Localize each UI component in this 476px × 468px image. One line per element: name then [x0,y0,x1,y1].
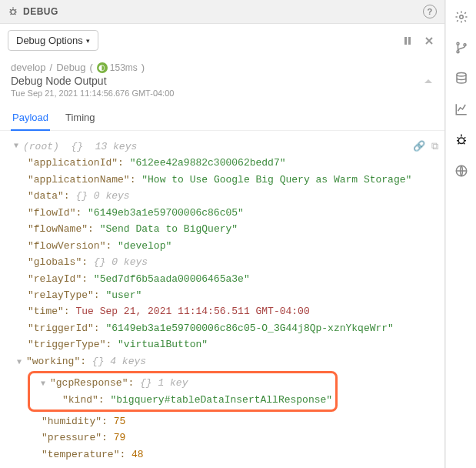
node-title: Debug Node Output [11,75,434,87]
kv-humidity[interactable]: "humidity": 75 [6,413,438,430]
kv-applicationName[interactable]: "applicationName": "How to Use Google Bi… [6,172,438,188]
branch-icon[interactable] [452,38,471,57]
kv-globals[interactable]: "globals": {} 0 keys [6,254,438,270]
kv-relayId[interactable]: "relayId": "5ed7df6b5aada00006465a3e" [6,271,438,287]
kv-triggerType[interactable]: "triggerType": "virtualButton" [6,336,438,353]
tab-timing[interactable]: Timing [64,105,97,130]
svg-rect-1 [404,37,407,45]
svg-point-3 [459,15,463,19]
breadcrumb: develop / Debug ( ◐ 153ms ) [11,62,434,73]
svg-point-4 [457,42,459,45]
svg-rect-2 [408,37,411,45]
meta-block: develop / Debug ( ◐ 153ms ) Debug Node O… [0,57,444,105]
panel-title: DEBUG [23,6,58,17]
panel-header: DEBUG ? [0,0,444,24]
svg-point-8 [458,138,464,144]
kv-pressure[interactable]: "pressure": 79 [6,430,438,446]
highlight-gcp-response: ▼"gcpResponse": {} 1 key "kind": "bigque… [28,371,338,412]
caret-down-icon: ▾ [86,37,90,45]
kv-data[interactable]: "data": {} 0 keys [6,188,438,204]
help-icon[interactable]: ? [423,5,437,18]
kv-working[interactable]: ▼"working": {} 4 keys [6,353,438,369]
tabs: Payload Timing [0,105,444,131]
breadcrumb-node: Debug [56,62,85,73]
globe-icon[interactable] [452,162,471,180]
kv-time[interactable]: "time": Tue Sep 21, 2021 11:14:56.511 GM… [6,303,438,319]
root-count: 13 keys [95,139,138,155]
debug-options-label: Debug Options [16,35,83,46]
copy-icon[interactable]: ⧉ [431,139,438,155]
kv-relayType[interactable]: "relayType": "user" [6,287,438,303]
svg-point-0 [11,10,15,15]
breadcrumb-ms: 153ms [110,62,138,73]
tab-payload[interactable]: Payload [11,105,50,131]
json-root[interactable]: ▼ (root) {} 13 keys 🔗 ⧉ [6,139,438,155]
root-braces: {} [71,139,83,155]
payload-view: ▼ (root) {} 13 keys 🔗 ⧉ "applicationId":… [0,131,444,468]
svg-point-5 [457,51,459,53]
kv-temperature[interactable]: "temperature": 48 [6,446,438,463]
kv-kind[interactable]: "kind": "bigquery#tableDataInsertAllResp… [30,392,332,408]
kv-gcpResponse[interactable]: ▼"gcpResponse": {} 1 key [30,375,332,391]
kv-flowName[interactable]: "flowName": "Send Data to BigQuery" [6,221,438,237]
toolbar: Debug Options ▾ [0,24,444,57]
kv-flowVersion[interactable]: "flowVersion": "develop" [6,238,438,254]
svg-point-6 [464,44,466,46]
collapse-up-icon[interactable] [423,74,434,88]
kv-applicationId[interactable]: "applicationId": "612ee42a9882c300062bed… [6,155,438,171]
bug-rail-icon[interactable] [452,131,471,149]
kv-triggerId[interactable]: "triggerId": "6149eb3a1e59700006c86c05-O… [6,320,438,336]
side-rail [445,0,476,468]
clock-badge-icon: ◐ [97,62,108,73]
kv-flowId[interactable]: "flowId": "6149eb3a1e59700006c86c05" [6,205,438,221]
svg-point-7 [457,73,466,77]
debug-options-dropdown[interactable]: Debug Options ▾ [8,30,98,51]
chart-icon[interactable] [452,100,471,119]
pause-icon[interactable] [400,33,415,48]
bug-icon [8,6,18,17]
database-icon[interactable] [452,69,471,88]
gear-icon[interactable] [452,8,471,26]
close-icon[interactable] [421,33,437,48]
breadcrumb-app: develop [11,62,46,73]
timestamp: Tue Sep 21, 2021 11:14:56.676 GMT-04:00 [11,89,434,98]
root-label: (root) [23,139,59,155]
link-icon[interactable]: 🔗 [413,139,425,155]
